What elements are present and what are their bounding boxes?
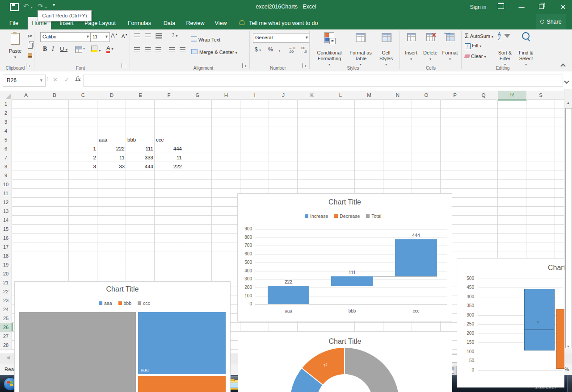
align-left-icon[interactable] xyxy=(134,47,140,52)
number-dialog-launcher[interactable] xyxy=(302,63,307,68)
delete-cells-button[interactable]: ✕ Delete ▾ xyxy=(421,31,440,66)
column-header-I[interactable]: I xyxy=(240,91,269,100)
chart-waterfall[interactable]: Chart TitleIncreaseDecreaseTotal90080070… xyxy=(237,193,452,321)
row-header-25[interactable]: 25 xyxy=(0,314,12,323)
column-header-L[interactable]: L xyxy=(326,91,355,100)
align-top-icon[interactable] xyxy=(134,33,140,38)
paste-button[interactable]: Paste ▾ xyxy=(5,31,25,66)
collapse-ribbon-icon[interactable] xyxy=(561,62,565,70)
tab-data[interactable]: Data xyxy=(159,17,180,29)
cell-C8[interactable]: 3 xyxy=(70,162,96,171)
align-bottom-icon[interactable] xyxy=(156,33,162,39)
ribbon-display-options-icon[interactable] xyxy=(494,0,508,14)
cell-E6[interactable]: 111 xyxy=(127,144,153,153)
orientation-icon[interactable]: ⤴ ▾ xyxy=(172,32,177,38)
row-header-26[interactable]: 26 xyxy=(0,323,13,332)
find-select-button[interactable]: Find & Select ▾ xyxy=(515,31,537,66)
cell-E5[interactable]: bbb xyxy=(127,135,153,144)
column-header-G[interactable]: G xyxy=(183,91,212,100)
tell-me-box[interactable]: Tell me what you want to do xyxy=(240,18,318,29)
borders-dropdown[interactable]: ▾ xyxy=(83,46,85,50)
cell-styles-button[interactable]: Cell Styles ▾ xyxy=(375,31,397,66)
name-box-drag-handle[interactable]: ⋮ xyxy=(45,76,50,82)
treemap-tile-bbb[interactable] xyxy=(138,376,226,392)
row-header-8[interactable]: 8 xyxy=(0,162,12,171)
bar-ccc[interactable] xyxy=(395,239,437,276)
format-cells-button[interactable]: ⟷ Format ▾ xyxy=(441,31,459,66)
italic-button[interactable]: I xyxy=(52,46,54,53)
scroll-up-icon[interactable]: ▲ xyxy=(564,101,572,105)
row-header-4[interactable]: 4 xyxy=(0,126,12,136)
column-header-M[interactable]: M xyxy=(355,91,384,100)
borders-icon[interactable] xyxy=(75,46,82,53)
bar-bbb[interactable] xyxy=(331,276,373,286)
fill-color-icon[interactable]: ▾ xyxy=(91,46,101,53)
decrease-decimal-icon[interactable]: .00→.0 xyxy=(300,46,307,54)
column-header-N[interactable]: N xyxy=(383,91,412,100)
enter-icon[interactable]: ✓ xyxy=(64,76,69,83)
column-header-C[interactable]: C xyxy=(69,91,98,100)
clipboard-dialog-launcher[interactable] xyxy=(26,63,31,68)
grow-font-icon[interactable]: A▲ xyxy=(111,32,118,39)
select-all-corner[interactable] xyxy=(0,91,12,100)
sort-filter-button[interactable]: AZ Sort & Filter ▾ xyxy=(494,31,516,66)
column-header-A[interactable]: A xyxy=(12,91,41,100)
treemap-tile-ccc[interactable] xyxy=(19,312,136,392)
row-header-12[interactable]: 12 xyxy=(0,198,12,207)
row-header-17[interactable]: 17 xyxy=(0,242,12,252)
close-button[interactable]: ✕ xyxy=(554,0,572,14)
tab-file[interactable]: File xyxy=(4,17,23,29)
column-header-R[interactable]: R xyxy=(498,91,527,100)
currency-icon[interactable]: $ ▾ xyxy=(255,46,261,53)
shrink-font-icon[interactable]: A▼ xyxy=(122,33,128,39)
tab-view[interactable]: View xyxy=(211,17,231,29)
cell-C6[interactable]: 1 xyxy=(70,144,96,153)
column-header-K[interactable]: K xyxy=(298,91,327,100)
column-header-P[interactable]: P xyxy=(441,91,470,100)
row-header-19[interactable]: 19 xyxy=(0,260,12,270)
chart-doughnut[interactable]: Chart Title312 xyxy=(238,332,452,392)
scroll-down-icon[interactable]: ▼ xyxy=(564,345,572,349)
row-header-21[interactable]: 21 xyxy=(0,278,12,288)
minimize-button[interactable]: — xyxy=(514,0,529,14)
decrease-indent-icon[interactable] xyxy=(169,47,175,52)
chart-treemap[interactable]: Chart Titleaaabbbccccccaaabbb xyxy=(14,281,231,392)
row-header-20[interactable]: 20 xyxy=(0,269,12,279)
row-header-14[interactable]: 14 xyxy=(0,216,12,225)
autosum-button[interactable]: Σ AutoSum ▾ xyxy=(465,32,493,39)
percent-icon[interactable]: % xyxy=(268,46,273,53)
row-header-22[interactable]: 22 xyxy=(0,287,12,296)
merge-center-button[interactable]: Merge & Center ▾ xyxy=(191,49,237,55)
font-dialog-launcher[interactable] xyxy=(122,63,126,68)
comma-icon[interactable]: , xyxy=(279,46,280,53)
cut-icon[interactable]: ✂ xyxy=(28,33,32,39)
cell-F8[interactable]: 222 xyxy=(156,162,182,171)
row-header-10[interactable]: 10 xyxy=(0,180,12,189)
cell-D8[interactable]: 33 xyxy=(99,162,125,171)
restore-button[interactable] xyxy=(534,0,549,14)
vertical-scrollbar[interactable]: ▲ ▼ xyxy=(564,89,572,353)
conditional-formatting-button[interactable]: ≠ Conditional Formatting ▾ xyxy=(313,31,346,66)
column-header-D[interactable]: D xyxy=(97,91,126,100)
show-desktop-button[interactable] xyxy=(567,375,572,392)
row-header-16[interactable]: 16 xyxy=(0,234,12,243)
row-header-7[interactable]: 7 xyxy=(0,153,12,163)
row-header-15[interactable]: 15 xyxy=(0,225,12,234)
bar-aaa[interactable] xyxy=(268,286,309,304)
fill-button[interactable]: ↓ Fill ▾ xyxy=(465,43,481,49)
row-header-3[interactable]: 3 xyxy=(0,117,12,127)
align-right-icon[interactable] xyxy=(156,47,161,52)
column-header-E[interactable]: E xyxy=(126,91,155,100)
row-header-18[interactable]: 18 xyxy=(0,251,12,261)
cell-D5[interactable]: aaa xyxy=(99,135,125,144)
formula-input[interactable] xyxy=(83,75,563,87)
cell-D6[interactable]: 222 xyxy=(99,144,125,153)
column-header-O[interactable]: O xyxy=(412,91,441,100)
insert-function-icon[interactable]: fx xyxy=(75,75,80,82)
row-header-24[interactable]: 24 xyxy=(0,305,12,314)
underline-button[interactable]: U ▾ xyxy=(60,46,67,52)
cell-F7[interactable]: 11 xyxy=(156,153,182,162)
share-button[interactable]: Share xyxy=(536,14,566,29)
cell-F5[interactable]: ccc xyxy=(156,135,182,144)
column-header-F[interactable]: F xyxy=(155,91,184,100)
